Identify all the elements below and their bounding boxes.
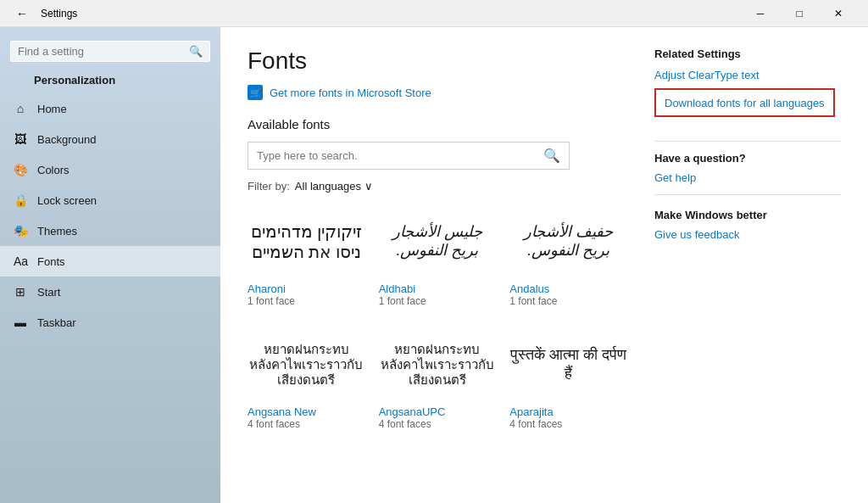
filter-value: All languages [295, 180, 361, 193]
have-question-title: Have a question? [654, 152, 841, 165]
download-fonts-label: Download fonts for all languages [665, 97, 825, 109]
font-preview-text: पुस्तकें आत्मा की दर्पण हैं [509, 346, 627, 383]
font-preview-angsana-new: หยาดฝนกระทบหลังคาไพเราะราวกับเสียงดนตรี [248, 331, 365, 399]
font-card-andalus[interactable]: حفيف الأشجار بريح النفوس. Andalus 1 font… [509, 208, 627, 314]
font-search-input[interactable] [257, 149, 543, 162]
sidebar-item-colors-label: Colors [37, 164, 70, 176]
lock-screen-icon: 🔒 [14, 193, 27, 207]
font-name-angsanaupc[interactable]: AngsanaUPC [379, 405, 497, 418]
font-faces-aharoni: 1 font face [248, 295, 365, 307]
related-settings-title: Related Settings [654, 48, 841, 60]
font-preview-text: หยาดฝนกระทบหลังคาไพเราะราวกับเสียงดนตรี [379, 342, 497, 388]
sidebar-item-taskbar[interactable]: ▬ Taskbar [0, 307, 220, 338]
sidebar-item-lock-screen[interactable]: 🔒 Lock screen [0, 185, 220, 215]
font-preview-text: หยาดฝนกระทบหลังคาไพเราะราวกับเสียงดนตรี [248, 342, 365, 388]
divider-2 [654, 194, 841, 195]
sidebar-item-colors[interactable]: 🎨 Colors [0, 154, 220, 185]
font-faces-andalus: 1 font face [509, 295, 627, 307]
filter-label: Filter by: [248, 180, 290, 193]
store-icon: 🛒 [248, 85, 263, 100]
font-card-aharoni[interactable]: זיקוקין מדהימים ניסו את השמיים Aharoni 1… [248, 208, 365, 314]
fonts-icon: Aa [14, 254, 27, 268]
sidebar-item-themes[interactable]: 🎭 Themes [0, 215, 220, 246]
font-search-box[interactable]: 🔍 [248, 142, 570, 170]
sidebar-item-background[interactable]: 🖼 Background [0, 124, 220, 154]
content-area: Fonts 🛒 Get more fonts in Microsoft Stor… [220, 27, 868, 503]
font-faces-angsanaupc: 4 font faces [379, 418, 497, 430]
sidebar-item-background-label: Background [37, 133, 96, 146]
fonts-grid: זיקוקין מדהימים ניסו את השמיים Aharoni 1… [248, 208, 627, 437]
make-windows-title: Make Windows better [654, 209, 841, 221]
search-icon: 🔍 [189, 45, 203, 58]
font-name-andalus[interactable]: Andalus [509, 282, 627, 295]
font-search-icon: 🔍 [543, 148, 560, 164]
filter-row: Filter by: All languages ∨ [248, 180, 627, 193]
page-title: Fonts [248, 48, 627, 75]
sidebar-item-start-label: Start [37, 286, 60, 299]
font-name-aparajita[interactable]: Aparajita [509, 405, 627, 418]
back-button[interactable]: ← [10, 2, 34, 25]
adjust-cleartype-link[interactable]: Adjust ClearType text [654, 69, 841, 81]
sidebar: 🔍 Personalization ⌂ Home 🖼 Background 🎨 … [0, 27, 220, 503]
font-preview-aparajita: पुस्तकें आत्मा की दर्पण हैं [509, 331, 627, 399]
minimize-button[interactable]: ─ [741, 0, 780, 27]
font-preview-andalus: حفيف الأشجار بريح النفوس. [509, 208, 627, 276]
search-box[interactable]: 🔍 [10, 41, 210, 62]
search-input[interactable] [18, 45, 189, 58]
titlebar-left: ← Settings [10, 2, 77, 25]
font-name-angsana-new[interactable]: Angsana New [248, 405, 365, 418]
home-icon: ⌂ [14, 102, 27, 115]
font-faces-aldhabi: 1 font face [379, 295, 497, 307]
font-faces-aparajita: 4 font faces [509, 418, 627, 430]
taskbar-icon: ▬ [14, 316, 27, 329]
titlebar-title: Settings [41, 8, 77, 20]
font-preview-aldhabi: جليس الأشجار بريح النفوس. [379, 208, 497, 276]
sidebar-item-home[interactable]: ⌂ Home [0, 93, 220, 124]
divider-1 [654, 141, 841, 142]
font-card-angsana-new[interactable]: หยาดฝนกระทบหลังคาไพเราะราวกับเสียงดนตรี … [248, 331, 365, 437]
font-preview-aharoni: זיקוקין מדהימים ניסו את השמיים [248, 208, 365, 276]
store-link-label: Get more fonts in Microsoft Store [270, 87, 431, 99]
sidebar-item-start[interactable]: ⊞ Start [0, 277, 220, 307]
font-card-angsanaupc[interactable]: หยาดฝนกระทบหลังคาไพเราะราวกับเสียงดนตรี … [379, 331, 497, 437]
maximize-button[interactable]: □ [780, 0, 819, 27]
sidebar-item-home-label: Home [37, 103, 67, 115]
sidebar-right: Related Settings Adjust ClearType text D… [654, 48, 841, 483]
filter-dropdown[interactable]: All languages ∨ [295, 180, 373, 193]
available-fonts-label: Available fonts [248, 117, 627, 131]
get-help-link[interactable]: Get help [654, 171, 841, 184]
font-name-aharoni[interactable]: Aharoni [248, 282, 365, 295]
personalization-label: Personalization [0, 69, 220, 92]
font-preview-angsanaupc: หยาดฝนกระทบหลังคาไพเราะราวกับเสียงดนตรี [379, 331, 497, 399]
background-icon: 🖼 [14, 132, 27, 146]
content-main: Fonts 🛒 Get more fonts in Microsoft Stor… [248, 48, 627, 483]
sidebar-item-themes-label: Themes [37, 225, 77, 238]
start-icon: ⊞ [14, 285, 27, 299]
chevron-down-icon: ∨ [364, 180, 373, 193]
give-feedback-link[interactable]: Give us feedback [654, 228, 841, 241]
sidebar-item-taskbar-label: Taskbar [37, 316, 76, 329]
font-name-aldhabi[interactable]: Aldhabi [379, 282, 497, 295]
titlebar-controls: ─ □ ✕ [741, 0, 858, 27]
font-faces-angsana-new: 4 font faces [248, 418, 365, 430]
sidebar-item-fonts[interactable]: Aa Fonts [0, 246, 220, 277]
titlebar: ← Settings ─ □ ✕ [0, 0, 868, 27]
font-card-aldhabi[interactable]: جليس الأشجار بريح النفوس. Aldhabi 1 font… [379, 208, 497, 314]
sidebar-item-lock-screen-label: Lock screen [37, 194, 97, 207]
sidebar-item-fonts-label: Fonts [37, 255, 65, 268]
main-content: 🔍 Personalization ⌂ Home 🖼 Background 🎨 … [0, 27, 868, 503]
themes-icon: 🎭 [14, 224, 27, 238]
font-preview-text: حفيف الأشجار بريح النفوس. [509, 223, 627, 260]
font-preview-text: זיקוקין מדהימים ניסו את השמיים [248, 221, 365, 262]
download-fonts-box[interactable]: Download fonts for all languages [654, 88, 835, 117]
close-button[interactable]: ✕ [819, 0, 858, 27]
colors-icon: 🎨 [14, 163, 27, 176]
font-preview-text: جليس الأشجار بريح النفوس. [379, 223, 497, 260]
font-card-aparajita[interactable]: पुस्तकें आत्मा की दर्पण हैं Aparajita 4 … [509, 331, 627, 437]
store-link[interactable]: 🛒 Get more fonts in Microsoft Store [248, 85, 627, 100]
